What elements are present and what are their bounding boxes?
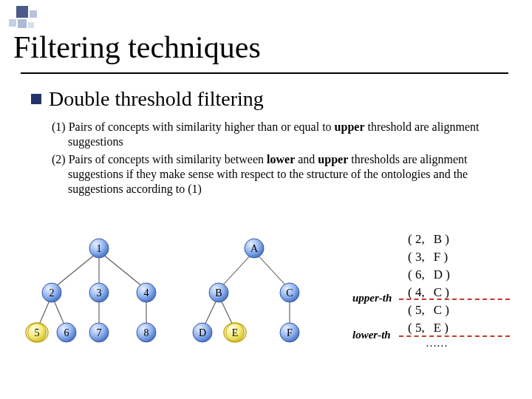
- node-4: 4: [144, 287, 149, 299]
- svg-line-7: [219, 251, 254, 290]
- pair-6a: ( 5,: [408, 321, 425, 335]
- pair-ellipsis: ……: [411, 337, 463, 349]
- lower-threshold-line: [399, 335, 510, 337]
- pair-3a: ( 6,: [408, 267, 425, 282]
- svg-line-8: [254, 251, 290, 290]
- node-f: F: [287, 327, 293, 338]
- node-b: B: [215, 287, 222, 299]
- upper-threshold-label: upper-th: [352, 292, 392, 304]
- node-3: 3: [97, 287, 102, 299]
- node-6: 6: [64, 327, 69, 338]
- pair-6b: E ): [434, 321, 449, 335]
- node-e: E: [232, 327, 239, 338]
- pair-4a: ( 4,: [408, 285, 425, 300]
- pair-list: ( 2,B ) ( 3,F ) ( 6,D ) ( 4,C ) ( 5,C ) …: [408, 231, 463, 349]
- rule-2-text: (2) Pairs of concepts with similarity be…: [52, 152, 502, 197]
- title-underline: [21, 72, 508, 74]
- bullet-icon: [31, 94, 41, 104]
- slide-title: Filtering techniques: [13, 30, 261, 65]
- lower-threshold-label: lower-th: [352, 329, 391, 341]
- node-8: 8: [144, 327, 149, 338]
- node-1: 1: [97, 243, 102, 254]
- pair-4b: C ): [434, 285, 449, 300]
- pair-2b: F ): [434, 250, 448, 265]
- svg-line-2: [99, 251, 146, 290]
- rule-1-text: (1) Pairs of concepts with similarity hi…: [52, 120, 502, 149]
- pair-1a: ( 2,: [408, 232, 425, 247]
- pair-1b: B ): [434, 232, 449, 247]
- node-7: 7: [97, 327, 102, 338]
- pair-3b: D ): [434, 267, 450, 282]
- upper-threshold-line: [399, 299, 510, 300]
- svg-line-0: [52, 251, 99, 290]
- tree-diagram: 1 2 3 4 5 6 7 8 A B C D E F: [25, 238, 335, 364]
- node-d: D: [199, 327, 206, 338]
- node-c: C: [286, 287, 293, 299]
- pair-2a: ( 3,: [408, 250, 425, 265]
- section-heading: Double threshold filtering: [49, 87, 264, 111]
- node-5: 5: [35, 327, 40, 338]
- pair-5b: C ): [434, 303, 449, 318]
- node-2: 2: [50, 287, 55, 299]
- node-a: A: [250, 243, 259, 254]
- pair-5a: ( 5,: [408, 303, 425, 318]
